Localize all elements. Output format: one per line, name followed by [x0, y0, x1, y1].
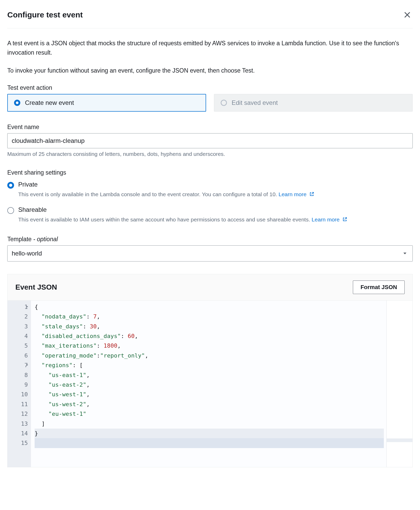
edit-saved-event-option: Edit saved event — [214, 94, 413, 112]
event-name-label: Event name — [7, 124, 413, 131]
intro-text: A test event is a JSON object that mocks… — [7, 39, 413, 75]
template-select[interactable] — [7, 245, 413, 262]
event-sharing-label: Event sharing settings — [7, 169, 413, 176]
intro-paragraph-2: To invoke your function without saving a… — [7, 66, 413, 75]
dialog-header: Configure test event — [7, 0, 413, 28]
external-link-icon — [309, 192, 314, 197]
sharing-shareable-desc: This event is available to IAM users wit… — [7, 215, 413, 224]
template-label: Template - optional — [7, 236, 413, 243]
json-editor[interactable]: 1 2 3 4 5 6 7 8 9 10 11 12 13 14 15 { "n… — [8, 301, 412, 467]
intro-paragraph-1: A test event is a JSON object that mocks… — [7, 39, 413, 57]
external-link-icon — [342, 217, 347, 222]
event-json-panel: Event JSON Format JSON 1 2 3 4 5 6 7 8 9… — [7, 274, 413, 467]
close-icon — [403, 11, 411, 19]
event-name-input[interactable] — [7, 133, 413, 148]
event-json-header: Event JSON Format JSON — [8, 274, 412, 301]
sharing-private-option[interactable]: Private — [7, 181, 413, 189]
event-name-section: Event name Maximum of 25 characters cons… — [7, 124, 413, 157]
sharing-private-desc: This event is only available in the Lamb… — [7, 190, 413, 199]
sharing-private-title: Private — [18, 181, 38, 188]
test-event-action-label: Test event action — [7, 84, 413, 91]
radio-checked-icon — [7, 182, 14, 189]
dialog-title: Configure test event — [7, 10, 83, 19]
radio-unchecked-icon — [7, 207, 14, 214]
editor-gutter: 1 2 3 4 5 6 7 8 9 10 11 12 13 14 15 — [8, 301, 31, 467]
radio-selected-icon — [14, 100, 20, 106]
configure-test-event-dialog: Configure test event A test event is a J… — [0, 0, 420, 478]
test-event-action-segmented: Create new event Edit saved event — [7, 94, 413, 112]
create-new-event-label: Create new event — [25, 99, 74, 106]
minimap-highlight — [387, 438, 412, 442]
radio-disabled-icon — [221, 100, 227, 106]
sharing-private-learn-more-link[interactable]: Learn more — [279, 191, 314, 197]
event-name-helper: Maximum of 25 characters consisting of l… — [7, 151, 413, 157]
close-button[interactable] — [402, 9, 413, 20]
test-event-action-section: Test event action Create new event Edit … — [7, 84, 413, 112]
format-json-button[interactable]: Format JSON — [353, 280, 405, 294]
event-sharing-section: Event sharing settings Private This even… — [7, 169, 413, 224]
sharing-shareable-option[interactable]: Shareable — [7, 206, 413, 214]
editor-code[interactable]: { "nodata_days": 7, "stale_days": 30, "d… — [31, 301, 386, 467]
sharing-shareable-title: Shareable — [18, 206, 47, 213]
template-section: Template - optional — [7, 236, 413, 262]
event-json-title: Event JSON — [15, 283, 57, 291]
sharing-shareable-learn-more-link[interactable]: Learn more — [312, 216, 347, 222]
edit-saved-event-label: Edit saved event — [232, 99, 278, 106]
editor-minimap[interactable] — [386, 301, 412, 467]
create-new-event-option[interactable]: Create new event — [7, 94, 206, 112]
